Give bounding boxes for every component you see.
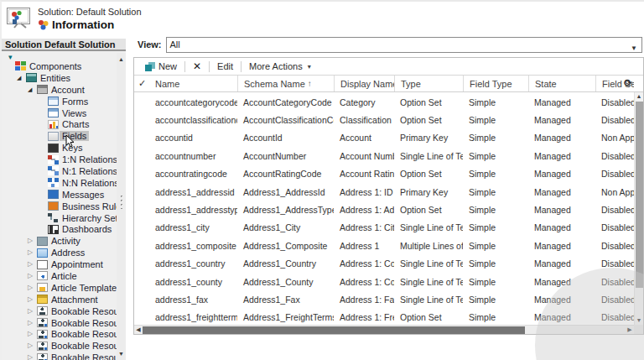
tree-item[interactable]: ▷ Appointment xyxy=(2,258,117,270)
cell-state: Managed xyxy=(528,151,595,161)
scroll-down-icon[interactable]: ▼ xyxy=(117,349,126,358)
table-row[interactable]: accountidAccountIdAccountPrimary KeySimp… xyxy=(134,129,634,147)
tree-item[interactable]: ▷ Bookable Resource ... xyxy=(2,340,117,352)
dropdown-arrow-icon[interactable]: ▼ xyxy=(631,41,637,55)
tree-item[interactable]: 1:N Relationships xyxy=(2,154,117,165)
more-actions-button[interactable]: More Actions ▾ xyxy=(244,58,316,75)
cell-display: Category xyxy=(334,97,394,107)
horizontal-scroll-thumb[interactable] xyxy=(143,326,525,334)
tree-item[interactable]: Fields xyxy=(2,130,117,142)
cell-field_sec: Disabled xyxy=(595,97,634,107)
expander-icon[interactable]: ▷ xyxy=(28,330,37,338)
expander-icon[interactable]: ◢ xyxy=(28,86,37,94)
table-row[interactable]: accountclassificationcodeAccountClassifi… xyxy=(134,111,634,128)
tree-item-label: N:1 Relationships xyxy=(60,166,117,176)
tree-item-label: Bookable Resource ... xyxy=(49,352,117,360)
tree-item[interactable]: ▷ Bookable Resource xyxy=(2,305,117,317)
column-header-type[interactable]: Type xyxy=(394,76,463,91)
expander-icon[interactable]: ▷ xyxy=(28,284,37,292)
table-row[interactable]: accountcategorycodeAccountCategoryCodeCa… xyxy=(134,93,634,111)
tree-item[interactable]: ▷ Activity xyxy=(2,235,117,247)
cell-display: Address 1: Fax xyxy=(334,295,394,305)
expander-icon[interactable]: ▷ xyxy=(28,319,37,327)
tree-item[interactable]: N:N Relationshi... xyxy=(2,177,117,189)
tree-item[interactable]: ▷ Attachment xyxy=(2,294,117,305)
expander-icon[interactable]: ▷ xyxy=(28,237,37,245)
tree-item[interactable]: Forms xyxy=(2,96,117,107)
scroll-up-icon[interactable]: ▲ xyxy=(635,92,643,101)
tree-item[interactable]: Keys xyxy=(2,142,117,154)
scroll-up-icon[interactable]: ▲ xyxy=(117,55,126,64)
chevron-down-icon: ▾ xyxy=(308,63,311,70)
table-row[interactable]: address1_cityAddress1_CityAddress 1: Cit… xyxy=(134,219,634,237)
table-row[interactable]: address1_compositeAddress1_CompositeAddr… xyxy=(134,237,634,254)
table-row[interactable]: address1_countryAddress1_CountryAddress … xyxy=(134,255,634,273)
cell-field_type: Simple xyxy=(463,295,528,305)
table-row[interactable]: address1_addressidAddress1_AddressIdAddr… xyxy=(134,183,634,201)
cell-display: Account Number xyxy=(334,151,394,161)
component-tree: ▾ Components ◢ Entities ◢ Account Forms … xyxy=(2,53,126,360)
tree-item[interactable]: ▷ Address xyxy=(2,247,117,258)
tree-item[interactable]: ▷ Bookable Resource ... xyxy=(2,328,117,340)
tree-item[interactable]: N:1 Relationships xyxy=(2,165,117,177)
expander-icon[interactable]: ▷ xyxy=(28,272,37,280)
expander-icon[interactable]: ▷ xyxy=(28,342,37,350)
expander-icon[interactable]: ▷ xyxy=(28,260,37,269)
tree-item[interactable]: ▷ Bookable Resource ... xyxy=(2,317,117,329)
cell-field_sec: Disabled xyxy=(595,205,634,215)
tree-item[interactable]: Messages xyxy=(2,189,117,201)
table-row[interactable]: address1_addresstypecodeAddress1_Address… xyxy=(134,201,634,218)
cell-display: Address 1: City xyxy=(334,222,394,232)
column-header-name[interactable]: Name xyxy=(149,76,237,91)
tree-item[interactable]: ▷ Bookable Resource ... xyxy=(2,352,117,360)
forms-icon xyxy=(48,97,59,106)
more-actions-label: More Actions xyxy=(249,61,303,71)
column-header-label: Schema Name xyxy=(244,79,305,89)
edit-button[interactable]: Edit xyxy=(212,58,238,75)
table-row[interactable]: accountratingcodeAccountRatingCodeAccoun… xyxy=(134,165,634,183)
cell-state: Managed xyxy=(528,258,595,269)
tree-item[interactable]: ◢ Account xyxy=(2,84,117,96)
bookable-resource-icon xyxy=(37,306,48,316)
cell-type: Single Line of Text xyxy=(394,277,463,287)
tree-item[interactable]: Dashboards xyxy=(2,223,117,235)
vertical-scroll-thumb[interactable] xyxy=(636,102,643,288)
column-header-display-name[interactable]: Display Name xyxy=(334,76,394,91)
toolbar-divider xyxy=(184,61,185,72)
tree-scrollbar[interactable]: ▲ ▼ xyxy=(117,53,126,360)
tree-item[interactable]: ▷ Article Template xyxy=(2,282,117,294)
cell-name: address1_country xyxy=(149,258,237,269)
expander-icon[interactable]: ▷ xyxy=(28,307,37,316)
tree-item[interactable]: ◢ Entities xyxy=(2,72,117,84)
expander-icon[interactable]: ▷ xyxy=(28,248,37,257)
cell-state: Managed xyxy=(528,133,595,143)
cell-field_type: Simple xyxy=(463,205,528,215)
tree-item[interactable]: Views xyxy=(2,107,117,119)
column-header-field-type[interactable]: Field Type xyxy=(463,76,528,91)
cell-name: address1_fax xyxy=(149,295,237,305)
expander-icon[interactable]: ▷ xyxy=(28,353,37,360)
column-header-state[interactable]: State xyxy=(528,76,595,91)
select-all-column-header[interactable]: ✓ xyxy=(134,76,149,91)
scrollbar-grip[interactable] xyxy=(119,194,123,209)
tree-item[interactable]: Charts xyxy=(2,118,117,130)
hierarchy-icon xyxy=(48,213,59,222)
column-header-schema-name[interactable]: Schema Name ↑ xyxy=(237,76,334,91)
refresh-icon[interactable]: ⟳ xyxy=(624,77,632,89)
scroll-left-icon[interactable]: ◀ xyxy=(134,326,143,334)
toolbar-divider xyxy=(209,61,210,72)
cell-display: Classification xyxy=(334,115,394,125)
tree-item[interactable]: ▷ Article xyxy=(2,270,117,282)
expander-icon[interactable]: ◢ xyxy=(17,74,26,82)
expander-icon[interactable]: ▷ xyxy=(28,295,37,304)
delete-button[interactable]: ✕ xyxy=(188,58,206,75)
article-icon xyxy=(37,271,48,280)
tree-item[interactable]: Business Rules xyxy=(2,201,117,212)
view-select[interactable]: All ▼ xyxy=(166,37,642,53)
tree-item[interactable]: Hierarchy Setti... xyxy=(2,212,117,224)
table-row[interactable]: accountnumberAccountNumberAccount Number… xyxy=(134,147,634,164)
new-button[interactable]: New xyxy=(140,58,182,75)
tree-item[interactable]: Components xyxy=(2,60,117,72)
cell-schema: Address1_Composite xyxy=(237,241,334,251)
article-template-icon xyxy=(37,283,48,292)
